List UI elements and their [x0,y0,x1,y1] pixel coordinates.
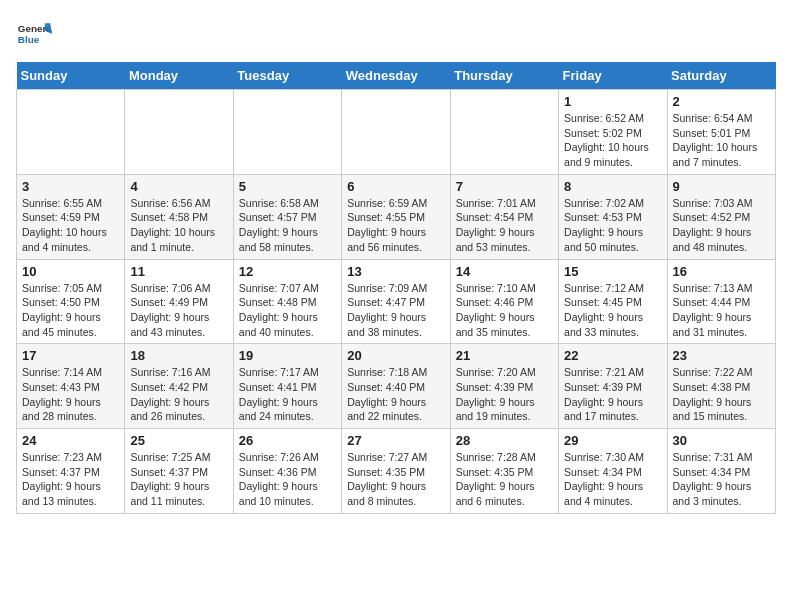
calendar-header-tuesday: Tuesday [233,62,341,90]
day-info: Sunrise: 7:18 AMSunset: 4:40 PMDaylight:… [347,365,444,424]
day-info: Sunrise: 7:26 AMSunset: 4:36 PMDaylight:… [239,450,336,509]
calendar-cell: 17Sunrise: 7:14 AMSunset: 4:43 PMDayligh… [17,344,125,429]
calendar-week-row: 3Sunrise: 6:55 AMSunset: 4:59 PMDaylight… [17,174,776,259]
day-info: Sunrise: 6:58 AMSunset: 4:57 PMDaylight:… [239,196,336,255]
day-info: Sunrise: 7:03 AMSunset: 4:52 PMDaylight:… [673,196,770,255]
day-number: 8 [564,179,661,194]
day-number: 24 [22,433,119,448]
day-info: Sunrise: 7:12 AMSunset: 4:45 PMDaylight:… [564,281,661,340]
logo: General Blue [16,16,52,52]
calendar-week-row: 1Sunrise: 6:52 AMSunset: 5:02 PMDaylight… [17,90,776,175]
calendar-cell: 9Sunrise: 7:03 AMSunset: 4:52 PMDaylight… [667,174,775,259]
day-info: Sunrise: 7:05 AMSunset: 4:50 PMDaylight:… [22,281,119,340]
calendar-cell [233,90,341,175]
calendar-cell: 2Sunrise: 6:54 AMSunset: 5:01 PMDaylight… [667,90,775,175]
calendar-week-row: 24Sunrise: 7:23 AMSunset: 4:37 PMDayligh… [17,429,776,514]
calendar-cell: 11Sunrise: 7:06 AMSunset: 4:49 PMDayligh… [125,259,233,344]
calendar-cell: 25Sunrise: 7:25 AMSunset: 4:37 PMDayligh… [125,429,233,514]
day-number: 29 [564,433,661,448]
calendar-cell [17,90,125,175]
calendar-header-sunday: Sunday [17,62,125,90]
day-number: 7 [456,179,553,194]
day-info: Sunrise: 7:13 AMSunset: 4:44 PMDaylight:… [673,281,770,340]
calendar-cell: 3Sunrise: 6:55 AMSunset: 4:59 PMDaylight… [17,174,125,259]
calendar-header-row: SundayMondayTuesdayWednesdayThursdayFrid… [17,62,776,90]
day-info: Sunrise: 6:52 AMSunset: 5:02 PMDaylight:… [564,111,661,170]
day-number: 27 [347,433,444,448]
calendar-cell [342,90,450,175]
calendar-cell: 16Sunrise: 7:13 AMSunset: 4:44 PMDayligh… [667,259,775,344]
day-info: Sunrise: 6:59 AMSunset: 4:55 PMDaylight:… [347,196,444,255]
day-number: 17 [22,348,119,363]
calendar-week-row: 17Sunrise: 7:14 AMSunset: 4:43 PMDayligh… [17,344,776,429]
calendar-cell: 12Sunrise: 7:07 AMSunset: 4:48 PMDayligh… [233,259,341,344]
day-number: 28 [456,433,553,448]
day-info: Sunrise: 7:16 AMSunset: 4:42 PMDaylight:… [130,365,227,424]
day-info: Sunrise: 7:02 AMSunset: 4:53 PMDaylight:… [564,196,661,255]
day-info: Sunrise: 7:10 AMSunset: 4:46 PMDaylight:… [456,281,553,340]
day-info: Sunrise: 7:17 AMSunset: 4:41 PMDaylight:… [239,365,336,424]
calendar-cell: 10Sunrise: 7:05 AMSunset: 4:50 PMDayligh… [17,259,125,344]
day-info: Sunrise: 7:07 AMSunset: 4:48 PMDaylight:… [239,281,336,340]
calendar-cell: 21Sunrise: 7:20 AMSunset: 4:39 PMDayligh… [450,344,558,429]
day-info: Sunrise: 7:14 AMSunset: 4:43 PMDaylight:… [22,365,119,424]
calendar-header-thursday: Thursday [450,62,558,90]
calendar-cell: 24Sunrise: 7:23 AMSunset: 4:37 PMDayligh… [17,429,125,514]
day-info: Sunrise: 7:23 AMSunset: 4:37 PMDaylight:… [22,450,119,509]
day-number: 6 [347,179,444,194]
day-number: 12 [239,264,336,279]
day-info: Sunrise: 7:01 AMSunset: 4:54 PMDaylight:… [456,196,553,255]
calendar-table: SundayMondayTuesdayWednesdayThursdayFrid… [16,62,776,514]
calendar-header-friday: Friday [559,62,667,90]
day-number: 14 [456,264,553,279]
calendar-header-wednesday: Wednesday [342,62,450,90]
day-info: Sunrise: 7:22 AMSunset: 4:38 PMDaylight:… [673,365,770,424]
calendar-cell: 30Sunrise: 7:31 AMSunset: 4:34 PMDayligh… [667,429,775,514]
day-number: 18 [130,348,227,363]
day-number: 26 [239,433,336,448]
day-info: Sunrise: 7:20 AMSunset: 4:39 PMDaylight:… [456,365,553,424]
calendar-cell: 6Sunrise: 6:59 AMSunset: 4:55 PMDaylight… [342,174,450,259]
day-info: Sunrise: 7:06 AMSunset: 4:49 PMDaylight:… [130,281,227,340]
day-info: Sunrise: 7:25 AMSunset: 4:37 PMDaylight:… [130,450,227,509]
day-info: Sunrise: 7:31 AMSunset: 4:34 PMDaylight:… [673,450,770,509]
calendar-cell: 13Sunrise: 7:09 AMSunset: 4:47 PMDayligh… [342,259,450,344]
calendar-cell: 19Sunrise: 7:17 AMSunset: 4:41 PMDayligh… [233,344,341,429]
day-info: Sunrise: 7:27 AMSunset: 4:35 PMDaylight:… [347,450,444,509]
calendar-cell: 7Sunrise: 7:01 AMSunset: 4:54 PMDaylight… [450,174,558,259]
day-number: 21 [456,348,553,363]
day-info: Sunrise: 7:09 AMSunset: 4:47 PMDaylight:… [347,281,444,340]
day-info: Sunrise: 7:30 AMSunset: 4:34 PMDaylight:… [564,450,661,509]
day-number: 23 [673,348,770,363]
day-number: 16 [673,264,770,279]
day-info: Sunrise: 7:21 AMSunset: 4:39 PMDaylight:… [564,365,661,424]
day-number: 5 [239,179,336,194]
day-info: Sunrise: 6:54 AMSunset: 5:01 PMDaylight:… [673,111,770,170]
calendar-cell: 27Sunrise: 7:27 AMSunset: 4:35 PMDayligh… [342,429,450,514]
calendar-header-saturday: Saturday [667,62,775,90]
day-number: 10 [22,264,119,279]
calendar-week-row: 10Sunrise: 7:05 AMSunset: 4:50 PMDayligh… [17,259,776,344]
calendar-cell: 23Sunrise: 7:22 AMSunset: 4:38 PMDayligh… [667,344,775,429]
day-number: 25 [130,433,227,448]
page-header: General Blue [16,16,776,52]
day-number: 20 [347,348,444,363]
day-number: 1 [564,94,661,109]
calendar-cell [450,90,558,175]
day-number: 15 [564,264,661,279]
day-number: 4 [130,179,227,194]
calendar-header-monday: Monday [125,62,233,90]
day-info: Sunrise: 6:55 AMSunset: 4:59 PMDaylight:… [22,196,119,255]
calendar-cell: 29Sunrise: 7:30 AMSunset: 4:34 PMDayligh… [559,429,667,514]
day-number: 19 [239,348,336,363]
day-number: 22 [564,348,661,363]
day-number: 30 [673,433,770,448]
calendar-cell: 14Sunrise: 7:10 AMSunset: 4:46 PMDayligh… [450,259,558,344]
calendar-cell: 18Sunrise: 7:16 AMSunset: 4:42 PMDayligh… [125,344,233,429]
calendar-cell: 22Sunrise: 7:21 AMSunset: 4:39 PMDayligh… [559,344,667,429]
calendar-cell: 26Sunrise: 7:26 AMSunset: 4:36 PMDayligh… [233,429,341,514]
calendar-cell: 8Sunrise: 7:02 AMSunset: 4:53 PMDaylight… [559,174,667,259]
svg-text:Blue: Blue [18,34,40,45]
day-info: Sunrise: 7:28 AMSunset: 4:35 PMDaylight:… [456,450,553,509]
calendar-cell: 1Sunrise: 6:52 AMSunset: 5:02 PMDaylight… [559,90,667,175]
